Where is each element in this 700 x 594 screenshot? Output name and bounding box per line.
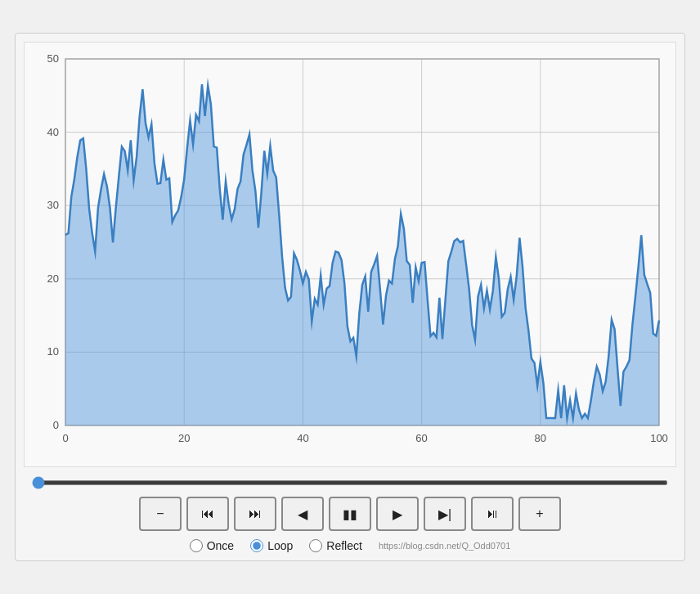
controls-row: − ⏮ ⏭ ◀ ▮▮ ▶ ▶| ⏯ +	[24, 497, 676, 531]
main-container: − ⏮ ⏭ ◀ ▮▮ ▶ ▶| ⏯ + Once Loop Reflect ht…	[15, 33, 685, 561]
chart-canvas	[25, 43, 675, 466]
step-forward-button[interactable]: ▶|	[424, 497, 466, 531]
step-back-button[interactable]: ⏭	[234, 497, 276, 531]
once-option[interactable]: Once	[190, 539, 234, 552]
loop-radio[interactable]	[250, 539, 263, 552]
reflect-option[interactable]: Reflect	[309, 539, 362, 552]
slider-row	[24, 474, 676, 488]
reflect-label: Reflect	[326, 539, 362, 552]
loop-label: Loop	[267, 539, 293, 552]
reverse-button[interactable]: ◀	[281, 497, 324, 531]
play-button[interactable]: ▶	[376, 497, 419, 531]
skip-back-button[interactable]: ⏮	[186, 497, 229, 531]
loop-option[interactable]: Loop	[250, 539, 293, 552]
once-radio[interactable]	[190, 539, 203, 552]
plus-button[interactable]: +	[518, 497, 561, 531]
playback-slider[interactable]	[32, 480, 668, 485]
playback-mode-row: Once Loop Reflect https://blog.csdn.net/…	[24, 539, 676, 552]
skip-forward-button[interactable]: ⏯	[471, 497, 514, 531]
minus-button[interactable]: −	[139, 497, 182, 531]
once-label: Once	[207, 539, 234, 552]
pause-button[interactable]: ▮▮	[329, 497, 371, 531]
reflect-radio[interactable]	[309, 539, 322, 552]
watermark-text: https://blog.csdn.net/Q_Odd0701	[379, 541, 510, 551]
chart-area	[24, 42, 676, 467]
